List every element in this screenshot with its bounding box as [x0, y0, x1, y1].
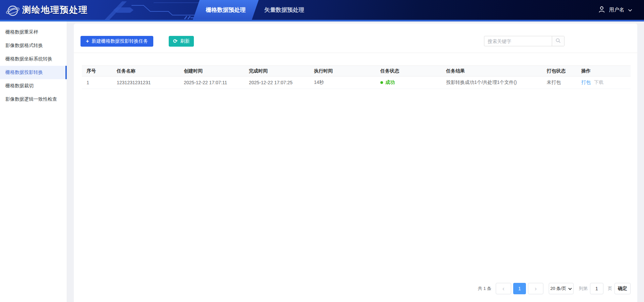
prev-page-button[interactable]: ‹ — [496, 283, 511, 294]
header-accent-line — [0, 20, 644, 21]
goto-prefix-label: 到第 — [579, 286, 588, 292]
cell-task-name: 1231231231231 — [112, 77, 179, 89]
tab-raster-preprocess[interactable]: 栅格数据预处理 — [196, 0, 255, 20]
status-badge: 成功 — [385, 80, 395, 85]
page-1-button[interactable]: 1 — [513, 283, 526, 294]
col-package-status: 打包状态 — [542, 66, 577, 77]
chevron-left-icon: ‹ — [502, 285, 504, 292]
app-logo-icon — [5, 3, 20, 18]
search-icon — [555, 38, 561, 44]
refresh-icon: ⟳ — [173, 39, 177, 44]
sidebar-item-coord-system-convert[interactable]: 栅格数据坐标系统转换 — [0, 52, 67, 66]
cell-actions: 打包下载 — [577, 77, 631, 89]
app-header: 测绘地理预处理 栅格数据预处理 矢量数据预处理 用户名 — [0, 0, 644, 21]
goto-suffix-label: 页 — [608, 286, 612, 292]
pagination: 共 1 条 ‹ 1 › 20 条/页 到第 页 确定 — [478, 283, 631, 294]
status-dot-icon — [380, 81, 383, 84]
sidebar-item-resample[interactable]: 栅格数据重采样 — [0, 26, 67, 39]
sidebar-item-format-convert[interactable]: 影像数据格式转换 — [0, 39, 67, 52]
chevron-right-icon: › — [535, 285, 537, 292]
goto-page-input[interactable] — [590, 283, 603, 294]
col-created-at: 创建时间 — [179, 66, 244, 77]
col-task-name: 任务名称 — [112, 66, 179, 77]
col-actions: 操作 — [577, 66, 631, 77]
sidebar-item-clip[interactable]: 栅格数据裁切 — [0, 79, 67, 93]
confirm-button[interactable]: 确定 — [614, 283, 631, 294]
cell-created-at: 2025-12-22 17:07:11 — [179, 77, 244, 89]
search-button[interactable] — [552, 36, 564, 46]
col-result: 任务结果 — [441, 66, 542, 77]
search-input[interactable] — [484, 36, 552, 46]
download-link[interactable]: 下载 — [594, 80, 603, 85]
sidebar: 栅格数据重采样 影像数据格式转换 栅格数据坐标系统转换 栅格数据投影转换 栅格数… — [0, 21, 67, 302]
cell-index: 1 — [82, 77, 112, 89]
col-finished-at: 完成时间 — [244, 66, 309, 77]
plus-icon: + — [86, 39, 89, 44]
main-content-card: + 新建栅格数据投影转换任务 ⟳ 刷新 序号 — [74, 23, 637, 302]
cell-duration: 14秒 — [309, 77, 376, 89]
select-chevron-down-icon — [568, 286, 572, 291]
username: 用户名 — [609, 7, 624, 13]
tasks-table-wrap: 序号 任务名称 创建时间 完成时间 执行时间 任务状态 任务结果 打包状态 操作… — [82, 65, 631, 89]
cell-finished-at: 2025-12-22 17:07:25 — [244, 77, 309, 89]
user-menu[interactable]: 用户名 — [598, 0, 632, 20]
new-task-button[interactable]: + 新建栅格数据投影转换任务 — [80, 36, 153, 47]
cell-status: 成功 — [376, 77, 441, 89]
cell-result: 投影转换成功1个/共处理1个文件() — [441, 77, 542, 89]
new-task-button-label: 新建栅格数据投影转换任务 — [92, 38, 148, 44]
page-size-select[interactable]: 20 条/页 — [549, 283, 574, 294]
tab-vector-preprocess[interactable]: 矢量数据预处理 — [260, 0, 309, 20]
app-title: 测绘地理预处理 — [22, 0, 88, 20]
cell-package-status: 未打包 — [542, 77, 577, 89]
toolbar-divider — [74, 53, 637, 53]
col-status: 任务状态 — [376, 66, 441, 77]
table-header-row: 序号 任务名称 创建时间 完成时间 执行时间 任务状态 任务结果 打包状态 操作 — [82, 66, 631, 77]
search-box — [484, 36, 565, 46]
sidebar-item-projection-convert[interactable]: 栅格数据投影转换 — [0, 66, 67, 79]
col-duration: 执行时间 — [309, 66, 376, 77]
refresh-button-label: 刷新 — [180, 38, 190, 44]
package-link[interactable]: 打包 — [581, 80, 591, 85]
col-index: 序号 — [82, 66, 112, 77]
user-icon — [598, 6, 605, 14]
chevron-down-icon — [628, 7, 632, 13]
page-size-label: 20 条/页 — [550, 286, 567, 292]
tasks-table: 序号 任务名称 创建时间 完成时间 执行时间 任务状态 任务结果 打包状态 操作… — [82, 65, 631, 89]
sidebar-item-logic-consistency-check[interactable]: 影像数据逻辑一致性检查 — [0, 93, 67, 106]
next-page-button[interactable]: › — [528, 283, 543, 294]
total-count: 共 1 条 — [478, 286, 491, 292]
table-row: 1 1231231231231 2025-12-22 17:07:11 2025… — [82, 77, 631, 89]
refresh-button[interactable]: ⟳ 刷新 — [169, 36, 194, 47]
